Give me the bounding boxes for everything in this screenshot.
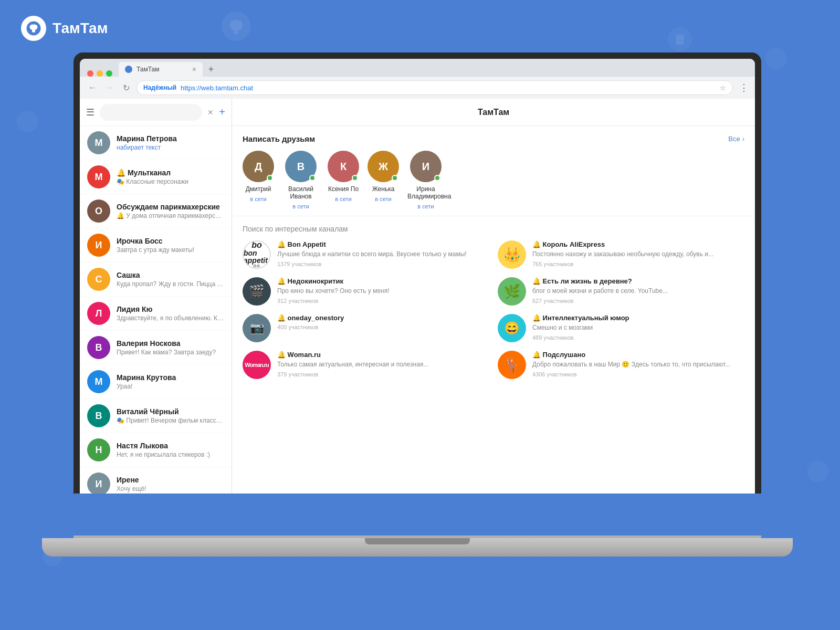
chat-list: М Марина Петрова набирает текст М 🔔 Муль… (80, 126, 232, 494)
secure-indicator: Надёжный (143, 84, 176, 91)
chat-preview: Завтра с утра жду макеты! (117, 246, 224, 254)
channel-item[interactable]: 👑 🔔 Король AliExpress Постоянно нахожу и… (498, 240, 744, 269)
channel-item[interactable]: 🌿 🔔 Есть ли жизнь в деревне? блог о моей… (498, 277, 744, 306)
traffic-light-maximize[interactable] (106, 70, 112, 77)
channel-icon-film: 🎬 (243, 277, 271, 306)
chat-avatar: М (87, 165, 110, 188)
chat-name: Настя Лыкова (117, 442, 224, 450)
chat-name: Валерия Носкова (117, 339, 224, 348)
chat-preview: Хочу ещё! (117, 485, 224, 492)
friends-all-button[interactable]: Все › (728, 135, 744, 143)
main-title: ТамТам (478, 108, 509, 117)
channel-item[interactable]: 🎬 🔔 Недокинокритик Про кино вы хочете? О… (243, 277, 489, 306)
new-chat-button[interactable]: + (219, 106, 225, 118)
chat-name: Обсуждаем парикмахерские (117, 203, 224, 211)
svg-point-2 (765, 48, 786, 69)
chat-item[interactable]: М Марина Петрова набирает текст (80, 126, 232, 160)
chat-item[interactable]: И Ирочка Босс Завтра с утра жду макеты! (80, 228, 232, 262)
brand-name: ТамТам (52, 20, 108, 37)
friend-item[interactable]: В Василий Иванов в сети (282, 151, 319, 209)
chat-item[interactable]: В Валерия Носкова Привет! Как мама? Завт… (80, 331, 232, 365)
top-bar: ТамТам (21, 16, 108, 41)
chat-item[interactable]: В Виталий Чёрный 🎭 Привет! Вечером фильм… (80, 399, 232, 433)
chat-name: 🔔 Мультканал (117, 169, 224, 177)
laptop-base (42, 538, 793, 556)
svg-point-4 (807, 460, 828, 482)
channel-desc: Лучшие блюда и напитки со всего мира. Вк… (277, 250, 467, 259)
forward-button[interactable]: → (103, 81, 116, 94)
channel-icon-oneday: 📷 (243, 314, 271, 342)
channel-desc: Смешно и с мозгами (532, 323, 629, 332)
chat-name: Марина Крутова (117, 373, 224, 382)
chat-preview: 🎭 Привет! Вечером фильм классный в кинот… (117, 417, 224, 424)
browser-menu-button[interactable]: ⋮ (739, 82, 749, 93)
chat-info: Лидия Кю Здравствуйте, я по объявлению. … (117, 305, 224, 322)
chat-name: Сашка (117, 271, 224, 279)
chat-info: Марина Крутова Ураа! (117, 373, 224, 390)
channel-desc: Постоянно нахожу и заказываю необычную о… (532, 250, 713, 259)
channel-info: 🔔 Woman.ru Только самая актуальная, инте… (277, 351, 428, 377)
channel-item[interactable]: Woman.ru 🔔 Woman.ru Только самая актуаль… (243, 351, 489, 379)
friend-avatar-wrapper: Д (243, 151, 274, 182)
bookmark-star[interactable]: ☆ (720, 84, 726, 92)
friend-item[interactable]: К Ксения По в сети (328, 151, 359, 209)
channel-icon-village: 🌿 (498, 277, 526, 306)
channel-icon-podslu: 🦌 (498, 351, 526, 379)
channel-item[interactable]: bo bon appetit OO 🔔 Bon Appetit Лучшие б… (243, 240, 489, 269)
chat-preview: 🔔 У дома отличная парикмахерская. И недо… (117, 212, 224, 219)
channel-count: 400 участников (277, 324, 344, 330)
channel-item[interactable]: 📷 🔔 oneday_onestory 400 участников (243, 314, 489, 342)
reload-button[interactable]: ↻ (120, 81, 132, 94)
chat-item[interactable]: М 🔔 Мультканал 🎭 Классные персонажи (80, 160, 232, 194)
channel-desc: блог о моей жизни и работе в селе. YouTu… (532, 287, 668, 296)
tab-close-button[interactable]: × (192, 65, 196, 74)
friend-name: Женька (372, 185, 395, 193)
channel-info: 🔔 Недокинокритик Про кино вы хочете? Оно… (277, 277, 390, 304)
channel-count: 765 участников (532, 261, 713, 267)
friend-status: в сети (292, 203, 309, 209)
browser-controls: ← → ↻ Надёжный https://web.tamtam.chat ☆… (80, 77, 755, 99)
search-clear-button[interactable]: ✕ (207, 108, 214, 117)
chat-item[interactable]: О Обсуждаем парикмахерские 🔔 У дома отли… (80, 194, 232, 228)
channel-count: 489 участников (532, 334, 629, 341)
chat-info: Ирочка Босс Завтра с утра жду макеты! (117, 237, 224, 254)
traffic-light-close[interactable] (87, 70, 93, 77)
friends-header: Написать друзьям Все › (243, 134, 744, 143)
chat-item[interactable]: Л Лидия Кю Здравствуйте, я по объявлению… (80, 297, 232, 331)
channel-name: 🔔 Woman.ru (277, 351, 428, 359)
channel-count: 379 участников (277, 371, 428, 377)
channel-name: 🔔 Интеллектуальный юмор (532, 314, 629, 322)
new-tab-button[interactable]: + (204, 62, 218, 77)
chat-item[interactable]: М Марина Крутова Ураа! (80, 365, 232, 399)
chat-item[interactable]: Н Настя Лыкова Нет, я не присылала стике… (80, 433, 232, 467)
chat-item[interactable]: И Ирене Хочу ещё! (80, 467, 232, 494)
friend-item[interactable]: Ж Женька в сети (368, 151, 399, 209)
traffic-light-minimize[interactable] (97, 70, 103, 77)
friend-avatar-wrapper: И (410, 151, 442, 182)
laptop-screen: ТамТам × + ← → ↻ Надёжный https://web.ta… (74, 52, 761, 494)
hamburger-menu[interactable]: ☰ (86, 107, 94, 118)
browser-tab-active[interactable]: ТамТам × (119, 62, 203, 77)
friends-title: Написать друзьям (243, 134, 315, 143)
friend-item[interactable]: Д Дмитрий в сети (243, 151, 274, 209)
online-indicator (267, 175, 273, 181)
channel-count: 1379 участников (277, 261, 467, 267)
chat-avatar: С (87, 268, 110, 291)
friend-item[interactable]: И Ирина Владимировна в сети (407, 151, 444, 209)
back-button[interactable]: ← (86, 81, 99, 94)
search-input[interactable] (100, 104, 202, 121)
address-bar[interactable]: Надёжный https://web.tamtam.chat ☆ (136, 80, 733, 95)
channel-count: 627 участников (532, 298, 668, 304)
app-content: ☰ ✕ + М Марина Петрова набирает текст М (80, 99, 755, 494)
online-indicator (352, 175, 358, 181)
channel-item[interactable]: 😄 🔔 Интеллектуальный юмор Смешно и с моз… (498, 314, 744, 342)
chat-item[interactable]: С Сашка Куда пропал? Жду в гости. Пицца … (80, 262, 232, 297)
channel-count: 4306 участников (532, 371, 730, 377)
channel-item[interactable]: 🦌 🔔 Подслушано Добро пожаловать в наш Ми… (498, 351, 744, 379)
chat-name: Ирене (117, 476, 224, 484)
chat-info: Сашка Куда пропал? Жду в гости. Пицца с … (117, 271, 224, 288)
channel-info: 🔔 oneday_onestory 400 участников (277, 314, 344, 330)
channel-info: 🔔 Король AliExpress Постоянно нахожу и з… (532, 240, 713, 267)
chat-name: Марина Петрова (117, 134, 224, 143)
chat-info: 🔔 Мультканал 🎭 Классные персонажи (117, 169, 224, 185)
